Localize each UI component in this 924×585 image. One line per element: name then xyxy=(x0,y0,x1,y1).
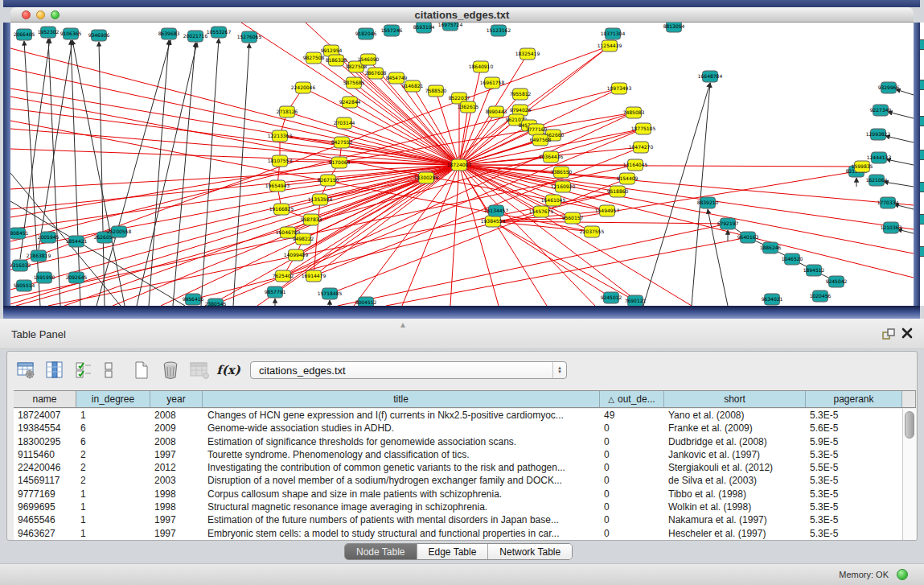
table-cell[interactable]: Nakamura et al. (1997) xyxy=(664,513,806,526)
table-cell[interactable]: 0 xyxy=(600,513,664,526)
table-row[interactable]: 1872400712008Changes of HCN gene express… xyxy=(14,409,902,422)
column-header-short[interactable]: short xyxy=(664,391,806,407)
table-cell[interactable]: 5.3E-5 xyxy=(806,513,902,526)
float-panel-button[interactable] xyxy=(881,328,896,340)
table-cell[interactable]: 5.3E-5 xyxy=(806,527,902,540)
graph-edge[interactable] xyxy=(287,112,459,165)
table-cell[interactable]: Investigating the contribution of common… xyxy=(203,461,600,474)
graph-edge[interactable] xyxy=(10,129,459,165)
table-cell[interactable]: 9115460 xyxy=(14,448,76,461)
network-canvas[interactable]: 1872400718300295193845541513445722420046… xyxy=(10,23,914,306)
table-cell[interactable]: 5.6E-5 xyxy=(806,422,902,435)
table-cell[interactable]: 2 xyxy=(76,474,150,487)
table-cell[interactable]: 2 xyxy=(76,448,150,461)
table-cell[interactable]: Yano et al. (2008) xyxy=(664,409,806,422)
table-row[interactable]: 2242004622012Investigating the contribut… xyxy=(14,461,902,474)
table-cell[interactable]: Wolkin et al. (1998) xyxy=(664,501,806,513)
function-builder-button[interactable]: f(x) xyxy=(218,360,239,381)
table-cell[interactable]: Changes of HCN gene expression and I(f) … xyxy=(203,409,600,422)
table-cell[interactable]: 22420046 xyxy=(14,461,76,474)
table-cell[interactable]: Corpus callosum shape and size in male p… xyxy=(203,488,600,501)
table-cell[interactable]: 5.3E-5 xyxy=(806,501,902,513)
table-cell[interactable]: 5.5E-5 xyxy=(806,461,902,474)
table-cell[interactable]: 0 xyxy=(600,501,664,513)
table-cell[interactable]: 9465546 xyxy=(14,513,76,526)
graph-edge[interactable] xyxy=(281,165,459,209)
table-cell[interactable]: 1997 xyxy=(150,513,203,526)
table-cell[interactable]: Stergiakouli et al. (2012) xyxy=(664,461,806,474)
table-cell[interactable]: Tibbo et al. (1998) xyxy=(664,488,806,501)
graph-node[interactable] xyxy=(920,80,924,90)
resize-handle-icon[interactable]: ▲ xyxy=(399,320,407,329)
table-row[interactable]: 1938455462009Genome-wide association stu… xyxy=(14,422,902,435)
graph-edge[interactable] xyxy=(402,165,459,306)
table-cell[interactable]: 0 xyxy=(600,474,664,487)
column-header-pagerank[interactable]: pagerank xyxy=(806,391,902,407)
vertical-scrollbar[interactable] xyxy=(902,409,916,540)
table-cell[interactable]: de Silva et al. (2003) xyxy=(664,474,806,487)
table-selector-dropdown[interactable]: citations_edges.txt ▲▼ xyxy=(250,361,567,379)
table-cell[interactable]: 0 xyxy=(600,435,664,448)
stack-rows-button[interactable] xyxy=(102,360,115,381)
table-cell[interactable]: 49 xyxy=(600,409,664,422)
table-cell[interactable]: 2 xyxy=(76,461,150,474)
table-cell[interactable]: Tourette syndrome. Phenomenology and cla… xyxy=(203,448,600,461)
window-titlebar[interactable]: citations_edges.txt xyxy=(10,7,914,23)
table-row[interactable]: 1830029562008Estimation of significance … xyxy=(14,435,902,448)
table-cell[interactable]: 1 xyxy=(76,513,150,526)
table-cell[interactable]: 5.3E-5 xyxy=(806,448,902,461)
table-cell[interactable]: Genome-wide association studies in ADHD. xyxy=(203,422,600,435)
table-cell[interactable]: 0 xyxy=(600,448,664,461)
table-row[interactable]: 977716911998Corpus callosum shape and si… xyxy=(14,488,902,501)
close-panel-button[interactable] xyxy=(901,327,914,340)
table-cell[interactable]: 0 xyxy=(600,527,664,540)
table-cell[interactable]: Embryonic stem cells: a model to study s… xyxy=(203,527,600,540)
table-cell[interactable]: 5.3E-5 xyxy=(806,474,902,487)
table-cell[interactable]: Franke et al. (2009) xyxy=(664,422,806,435)
table-cell[interactable]: 2003 xyxy=(150,474,203,487)
table-cell[interactable]: 0 xyxy=(600,461,664,474)
tab-node-table[interactable]: Node Table xyxy=(345,544,417,559)
table-cell[interactable]: 2008 xyxy=(150,435,203,448)
table-cell[interactable]: 1 xyxy=(76,409,150,422)
graph-edge[interactable] xyxy=(450,165,459,306)
table-cell[interactable]: 9463627 xyxy=(14,527,76,540)
table-cell[interactable]: 18724007 xyxy=(14,409,76,422)
graph-node[interactable] xyxy=(920,150,924,160)
graph-node[interactable] xyxy=(920,116,924,126)
select-rows-button[interactable] xyxy=(73,360,94,381)
graph-node[interactable] xyxy=(920,39,924,50)
table-cell[interactable]: 1 xyxy=(76,501,150,513)
table-cell[interactable]: 5.9E-5 xyxy=(806,435,902,448)
graph-node[interactable] xyxy=(920,182,924,192)
table-cell[interactable]: 5.3E-5 xyxy=(806,488,902,501)
table-cell[interactable]: 0 xyxy=(600,488,664,501)
table-cell[interactable]: Structural magnetic resonance image aver… xyxy=(203,501,600,513)
table-row[interactable]: 969969511998Structural magnetic resonanc… xyxy=(14,501,902,513)
table-cell[interactable]: 0 xyxy=(600,422,664,435)
new-table-button[interactable] xyxy=(131,360,152,381)
table-cell[interactable]: 5.3E-5 xyxy=(806,409,902,422)
table-cell[interactable]: Estimation of significance thresholds fo… xyxy=(203,435,600,448)
table-cell[interactable]: 1997 xyxy=(150,527,203,540)
table-cell[interactable]: Estimation of the future numbers of pati… xyxy=(203,513,600,526)
column-header-name[interactable]: name xyxy=(14,391,76,407)
table-cell[interactable]: Jankovic et al. (1997) xyxy=(664,448,806,461)
graph-edge[interactable] xyxy=(459,165,692,306)
table-row[interactable]: 946554611997Estimation of the future num… xyxy=(14,513,902,526)
table-cell[interactable]: Disruption of a novel member of a sodium… xyxy=(203,474,600,487)
show-columns-button[interactable] xyxy=(44,360,65,381)
table-cell[interactable]: 1998 xyxy=(150,501,203,513)
table-row[interactable]: 946362711997Embryonic stem cells: a mode… xyxy=(14,527,902,540)
memory-status-indicator[interactable] xyxy=(897,569,908,580)
column-header-in-degree[interactable]: in_degree xyxy=(76,391,150,407)
graph-edge[interactable] xyxy=(303,88,459,165)
table-cell[interactable]: 6 xyxy=(76,435,150,448)
table-cell[interactable]: 6 xyxy=(76,422,150,435)
delete-table-button[interactable] xyxy=(160,360,181,381)
table-cell[interactable]: 9699695 xyxy=(14,501,76,513)
table-cell[interactable]: 1998 xyxy=(150,488,203,501)
table-cell[interactable]: Dudbridge et al. (2008) xyxy=(664,435,806,448)
column-header-title[interactable]: title xyxy=(203,391,600,407)
column-header-year[interactable]: year xyxy=(150,391,203,407)
